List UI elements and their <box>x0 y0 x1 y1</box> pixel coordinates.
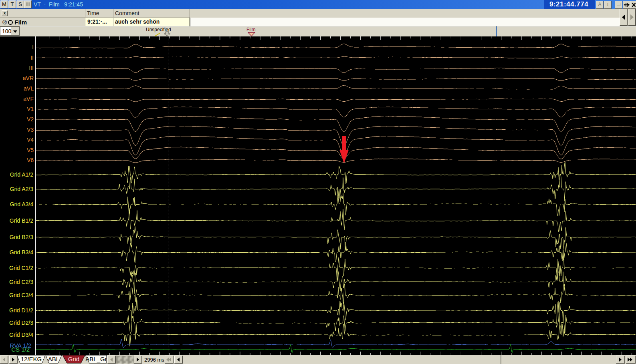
svg-text:ABL: ABL <box>48 356 59 362</box>
svg-text:V1: V1 <box>27 106 34 112</box>
svg-text:I: I <box>32 44 34 50</box>
svg-text:CS 1/2: CS 1/2 <box>11 346 30 353</box>
svg-text:12/EKG: 12/EKG <box>21 356 42 362</box>
svg-text:Grid: Grid <box>68 356 79 362</box>
svg-text:Grid A3/4: Grid A3/4 <box>10 201 34 207</box>
svg-text:II: II <box>30 54 34 61</box>
svg-text:aVL: aVL <box>24 85 34 92</box>
svg-text:Grid B3/4: Grid B3/4 <box>10 249 33 255</box>
svg-text:V2: V2 <box>27 116 34 123</box>
svg-text:ABL_Gr: ABL_Gr <box>85 356 107 362</box>
svg-text:Grid B1/2: Grid B1/2 <box>10 217 33 224</box>
svg-text:V6: V6 <box>27 157 34 163</box>
svg-text:V4: V4 <box>27 137 34 143</box>
svg-text:Grid D1/2: Grid D1/2 <box>9 307 33 314</box>
svg-text:Grid C2/3: Grid C2/3 <box>9 279 33 285</box>
svg-text:V5: V5 <box>27 147 34 153</box>
svg-text:Grid B2/3: Grid B2/3 <box>10 234 33 240</box>
svg-text:aVR: aVR <box>23 75 34 81</box>
svg-text:III: III <box>29 65 34 71</box>
svg-text:aVF: aVF <box>23 96 34 102</box>
svg-text:Grid D2/3: Grid D2/3 <box>9 320 33 326</box>
svg-text:V3: V3 <box>27 127 34 133</box>
svg-text:Grid D3/4: Grid D3/4 <box>9 332 33 338</box>
svg-text:Grid C1/2: Grid C1/2 <box>9 265 33 271</box>
svg-text:Grid A2/3: Grid A2/3 <box>10 186 34 192</box>
svg-text:Grid A1/2: Grid A1/2 <box>10 171 34 178</box>
svg-text:Grid C3/4: Grid C3/4 <box>9 292 33 298</box>
